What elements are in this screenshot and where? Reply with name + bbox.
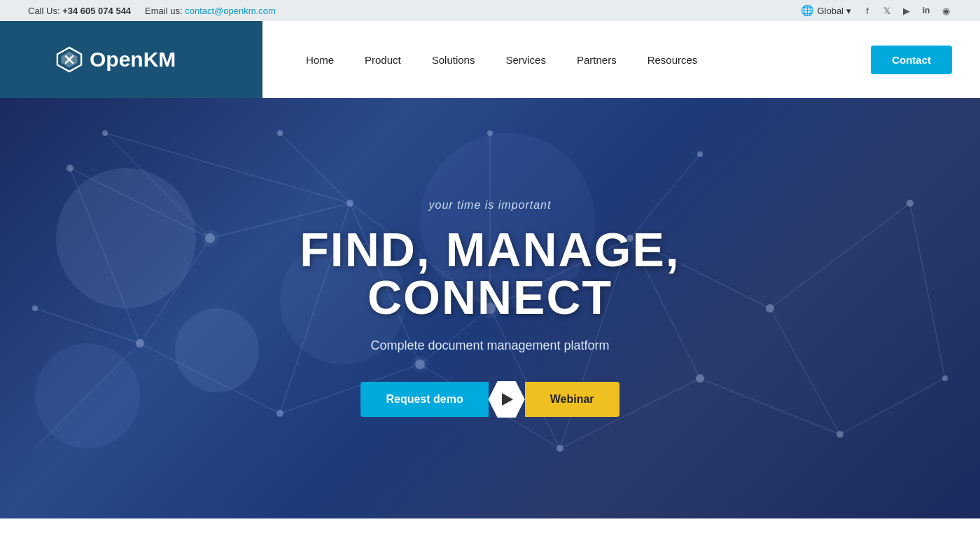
svg-point-46 <box>942 376 948 381</box>
email-link[interactable]: contact@openkm.com <box>185 6 276 16</box>
global-label: Global <box>817 6 844 16</box>
hero-title-line1: FIND, MANAGE, <box>300 223 680 276</box>
hero-title-line2: CONNECT <box>368 270 612 324</box>
nav-services[interactable]: Services <box>490 47 561 73</box>
social-icons: f 𝕏 ▶ in ◉ <box>861 4 952 17</box>
header: OpenKM Home Product Solutions Services P… <box>0 21 980 98</box>
logo[interactable]: OpenKM <box>56 46 176 73</box>
svg-line-24 <box>280 133 350 203</box>
hero-description: Complete document management platform <box>300 338 680 353</box>
global-selector[interactable]: 🌐 Global ▾ <box>801 4 851 17</box>
webinar-button[interactable]: Webinar <box>525 382 620 417</box>
hero-section: your time is important FIND, MANAGE, CON… <box>0 98 980 518</box>
email-us-label: Email us: contact@openkm.com <box>145 6 276 16</box>
main-nav: Home Product Solutions Services Partners… <box>290 47 713 73</box>
svg-line-21 <box>840 378 945 434</box>
facebook-icon[interactable]: f <box>861 4 874 17</box>
nav-area: Home Product Solutions Services Partners… <box>262 46 980 74</box>
svg-line-20 <box>910 203 945 378</box>
request-demo-button[interactable]: Request demo <box>360 382 488 417</box>
svg-point-49 <box>697 151 703 157</box>
play-icon <box>502 393 513 406</box>
top-bar: Call Us: +34 605 074 544 Email us: conta… <box>0 0 980 21</box>
logo-area: OpenKM <box>0 21 262 98</box>
call-us-label: Call Us: +34 605 074 544 <box>28 6 131 16</box>
svg-point-48 <box>277 130 283 136</box>
svg-line-18 <box>105 133 210 238</box>
nav-home[interactable]: Home <box>290 47 349 73</box>
svg-point-31 <box>66 165 74 172</box>
svg-point-43 <box>836 431 844 438</box>
twitter-icon[interactable]: 𝕏 <box>881 4 893 17</box>
globe-icon: 🌐 <box>801 4 814 17</box>
svg-line-19 <box>35 308 140 343</box>
svg-point-51 <box>202 230 218 247</box>
hero-content: your time is important FIND, MANAGE, CON… <box>300 199 680 418</box>
phone-number: +34 605 074 544 <box>62 6 131 16</box>
hero-subtitle: your time is important <box>300 199 680 212</box>
linkedin-icon[interactable]: in <box>920 4 932 17</box>
logo-text: OpenKM <box>90 48 176 71</box>
youtube-icon[interactable]: ▶ <box>900 4 913 17</box>
nav-resources[interactable]: Resources <box>632 47 713 73</box>
svg-line-2 <box>70 168 210 238</box>
svg-line-22 <box>35 343 140 448</box>
svg-point-42 <box>696 374 704 383</box>
top-bar-right: 🌐 Global ▾ f 𝕏 ▶ in ◉ <box>801 4 952 17</box>
svg-line-14 <box>140 238 210 343</box>
hero-title: FIND, MANAGE, CONNECT <box>300 226 680 321</box>
svg-line-26 <box>770 308 840 434</box>
svg-point-36 <box>766 304 774 312</box>
rss-icon[interactable]: ◉ <box>939 4 952 17</box>
chevron-down-icon: ▾ <box>846 6 851 16</box>
svg-line-8 <box>70 168 140 343</box>
svg-line-9 <box>140 343 280 413</box>
nav-partners[interactable]: Partners <box>561 47 632 73</box>
svg-point-45 <box>32 305 38 311</box>
hero-buttons: Request demo Webinar <box>300 381 680 418</box>
svg-point-41 <box>556 445 564 452</box>
contact-button[interactable]: Contact <box>871 46 952 74</box>
svg-point-44 <box>102 130 108 136</box>
logo-icon <box>56 46 83 73</box>
nav-product[interactable]: Product <box>349 47 416 73</box>
play-button[interactable] <box>489 381 525 418</box>
svg-point-37 <box>906 200 913 207</box>
top-bar-left: Call Us: +34 605 074 544 Email us: conta… <box>28 6 276 16</box>
svg-point-38 <box>136 339 144 348</box>
svg-line-27 <box>105 133 350 203</box>
svg-line-7 <box>770 203 910 308</box>
nav-solutions[interactable]: Solutions <box>416 47 491 73</box>
svg-line-13 <box>700 378 840 434</box>
svg-point-47 <box>487 130 493 136</box>
svg-point-39 <box>276 410 284 417</box>
